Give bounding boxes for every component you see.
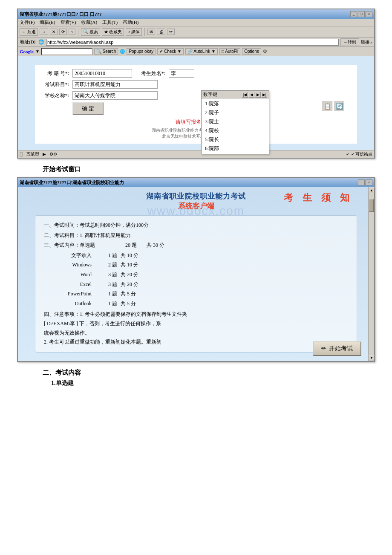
menu-favorites[interactable]: 收藏(A) <box>81 19 97 26</box>
dropdown-label: 数字键 <box>203 91 217 98</box>
dropdown-header: 数字键 |◀ ◀ ▶ ▶| <box>202 91 269 98</box>
form-notice: 请填写报名信息！ <box>43 119 349 126</box>
ime-settings[interactable]: ⚙⚙ <box>49 152 57 156</box>
exam-id-input[interactable] <box>72 69 132 78</box>
links-label: 链接 » <box>361 39 373 45</box>
autofill-button[interactable]: □ AutoFil <box>219 48 240 55</box>
dropdown-item-2[interactable]: 3:院士 <box>202 117 269 126</box>
subject-input[interactable] <box>72 80 158 89</box>
table-row-0-count: 20 题 <box>105 242 137 248</box>
bottom-section: 二、考试内容 1.单选题 <box>43 369 349 387</box>
menu-file[interactable]: 文件(F) <box>20 19 35 26</box>
student-name-label: 考生姓名*: <box>135 70 165 77</box>
exam-notice4: 四、注意事项：1. 考生必须把需要保存的文档保存到考生文件夹 [ D:\EXAM… <box>44 310 348 347</box>
exam-header: 湖南省职业院校职业能力考试 系统客户端 考 生 须 知 <box>26 191 366 211</box>
separator-1 <box>78 28 78 36</box>
exam-table-row-1: 文字录入1 题共 10 分 <box>44 251 348 260</box>
scrollbar-thumb[interactable] <box>369 199 374 212</box>
forward-button[interactable]: → <box>40 29 48 35</box>
exam-table-row-6: Outlook1 题共 5 分 <box>44 299 348 309</box>
bottom-title: 二、考试内容 <box>43 369 349 377</box>
separator-2 <box>144 28 145 36</box>
trusted-site-label: ✓ 可信站点 <box>351 151 373 157</box>
autolink-button[interactable]: 🔗 AutoLink ▼ <box>185 48 218 55</box>
refresh-button[interactable]: ⟳ <box>59 29 67 35</box>
google-icon: 🌐 <box>120 49 125 54</box>
dropdown-item-5[interactable]: 6:院部 <box>202 144 269 153</box>
form-footer: 湖南省职业院校职业能力考试委员会 联合开发 北京无忧电脑技术开发有限责任公司 <box>43 127 349 139</box>
second-titlebar: 湖南省职业????脆????口\湖南省职业院校职业能力 _ × <box>18 178 374 187</box>
menu-edit[interactable]: 编辑(E) <box>40 19 55 26</box>
close-button[interactable]: × <box>366 11 372 17</box>
dropdown-list: 1:院落 2:院子 3:院士 4:院校 5:院长 6:院部 <box>202 98 269 154</box>
google-search-button[interactable]: 🔍 Search <box>94 48 118 55</box>
scroll-up-arrow[interactable]: ▲ <box>369 187 375 193</box>
dropdown-nav-next[interactable]: ▶ <box>255 92 261 98</box>
dropdown-item-3[interactable]: 4:院校 <box>202 126 269 135</box>
menu-help[interactable]: 帮助(H) <box>123 19 138 26</box>
menu-bar: 文件(F) 编辑(E) 查看(V) 收藏(A) 工具(T) 帮助(H) <box>18 19 374 26</box>
popups-button[interactable]: Popups okay <box>127 48 156 55</box>
confirm-button[interactable]: 确 定 <box>72 102 104 115</box>
mail-button[interactable]: ✉ <box>147 29 155 35</box>
icon-box-1[interactable]: 📋 <box>322 101 332 111</box>
trusted-site-icon: ✓ <box>346 152 349 156</box>
maximize-button[interactable]: □ <box>358 11 365 17</box>
dropdown-nav: |◀ ◀ ▶ ▶| <box>242 92 267 98</box>
dropdown-item-4[interactable]: 5:院长 <box>202 135 269 144</box>
back-button[interactable]: ← 后退 <box>20 28 38 36</box>
google-logo: Google <box>20 49 34 54</box>
stop-button[interactable]: ✕ <box>50 29 58 35</box>
student-name-input[interactable] <box>169 69 194 78</box>
go-button[interactable]: →转到 <box>340 38 359 46</box>
home-button[interactable]: ⌂ <box>69 29 75 35</box>
start-exam-button[interactable]: ✏ 开始考试 <box>313 341 361 356</box>
dropdown-item-1[interactable]: 2:院子 <box>202 108 269 117</box>
menu-tools[interactable]: 工具(T) <box>102 19 118 26</box>
ime-arrow[interactable]: ▶ <box>43 152 46 156</box>
dropdown-nav-first[interactable]: |◀ <box>242 92 248 98</box>
school-input[interactable] <box>72 91 158 100</box>
titlebar-controls: _ □ × <box>350 11 372 17</box>
exam-table-row-3: Word3 题共 20 分 <box>44 270 348 280</box>
page-wrapper: 湖南省职业????脆????口口? 口口 口??? _ □ × 文件(F) 编辑… <box>0 0 392 396</box>
search-button[interactable]: 🔍 搜索 <box>81 28 100 36</box>
exam-id-row: 考 籍 号*: 考生姓名*: <box>43 69 349 78</box>
bottom-subtitle: 1.单选题 <box>51 379 349 387</box>
dropdown-nav-last[interactable]: ▶| <box>261 92 267 98</box>
google-dropdown-arrow[interactable]: ▼ <box>35 49 40 54</box>
dropdown-nav-prev[interactable]: ◀ <box>248 92 254 98</box>
dropdown-item-0[interactable]: 1:院落 <box>202 99 269 108</box>
section-label: 开始考试窗口 <box>43 165 375 173</box>
edit-button[interactable]: ✏ <box>167 29 175 35</box>
status-bar: 🀆 五笔型 ▶ ⚙⚙ ✓ ✓ 可信站点 <box>18 150 374 158</box>
favorites-button[interactable]: ★ 收藏夹 <box>102 28 124 36</box>
second-browser-content: www.bdocx.com 湖南省职业院校职业能力考试 系统客户端 考 生 须 … <box>18 187 374 361</box>
exam-notice-title: 考 生 须 知 <box>284 191 353 204</box>
dropdown-popup: 数字键 |◀ ◀ ▶ ▶| 1:院落 2:院子 3:院士 4:院校 5: <box>201 90 269 154</box>
second-minimize-button[interactable]: _ <box>358 179 365 185</box>
subject-label: 考试科目*: <box>43 81 69 88</box>
address-input[interactable] <box>46 39 339 46</box>
check-button[interactable]: ✔ Check ▼ <box>157 48 184 55</box>
form-container: 考 籍 号*: 考生姓名*: 考试科目*: 学校名称*: 确 定 <box>35 65 357 144</box>
scrollbar: ▲ ▼ <box>368 187 374 361</box>
toolbar: ← 后退 → ✕ ⟳ ⌂ 🔍 搜索 ★ 收藏夹 ♪ 媒体 ✉ 🖨 ✏ <box>18 26 374 38</box>
top-browser-window: 湖南省职业????脆????口口? 口口 口??? _ □ × 文件(F) 编辑… <box>17 9 375 159</box>
start-exam-icon: ✏ <box>321 345 326 352</box>
scroll-down-arrow[interactable]: ▼ <box>369 355 375 361</box>
scrollbar-track <box>369 212 374 355</box>
media-button[interactable]: ♪ 媒体 <box>126 28 142 36</box>
icon-box-2[interactable]: 🔄 <box>334 101 344 111</box>
top-title: 湖南省职业????脆????口口? 口口 口??? <box>20 11 102 17</box>
menu-view[interactable]: 查看(V) <box>61 19 76 26</box>
options-button[interactable]: Options <box>242 48 261 55</box>
google-search-input[interactable] <box>41 48 92 55</box>
print-button[interactable]: 🖨 <box>157 29 165 35</box>
exam-table: 文字录入1 题共 10 分Windows2 题共 10 分Word3 题共 20… <box>44 251 348 309</box>
settings-icon[interactable]: ⚙ <box>263 49 267 54</box>
second-close-button[interactable]: × <box>366 179 372 185</box>
browser-content-top: 考 籍 号*: 考生姓名*: 考试科目*: 学校名称*: 确 定 <box>18 56 374 150</box>
ime-name: 五笔型 <box>26 151 39 157</box>
minimize-button[interactable]: _ <box>350 11 357 17</box>
